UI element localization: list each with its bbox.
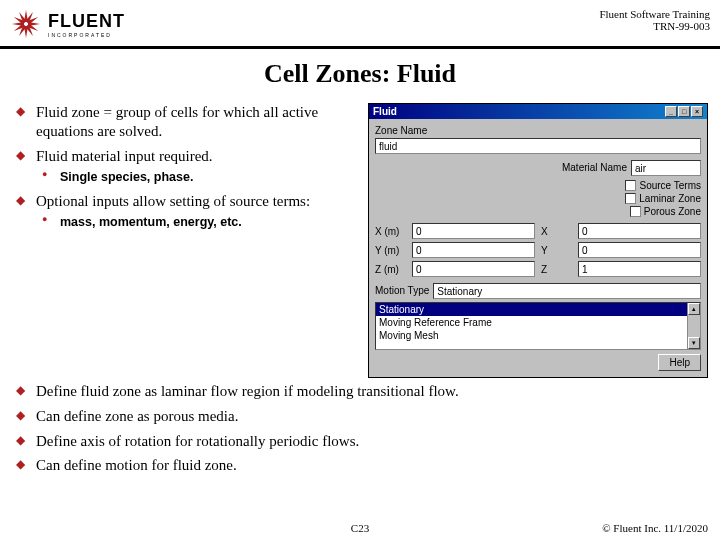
minimize-icon[interactable]: _ xyxy=(665,106,677,117)
bullet-3: Optional inputs allow setting of source … xyxy=(12,192,358,231)
source-terms-checkbox[interactable] xyxy=(625,180,636,191)
material-name-input[interactable] xyxy=(631,160,701,176)
page-title: Cell Zones: Fluid xyxy=(0,59,720,89)
bullet-2: Fluid material input required. Single sp… xyxy=(12,147,358,186)
z-m-input[interactable] xyxy=(412,261,535,277)
scrollbar[interactable]: ▴ ▾ xyxy=(687,303,700,349)
bullet-6: Define axis of rotation for rotationally… xyxy=(12,432,708,451)
z-input[interactable] xyxy=(578,261,701,277)
z-m-label: Z (m) xyxy=(375,264,409,275)
laminar-zone-checkbox[interactable] xyxy=(625,193,636,204)
list-item[interactable]: Moving Reference Frame xyxy=(376,316,687,329)
z-label: Z xyxy=(541,264,575,275)
bullet-1: Fluid zone = group of cells for which al… xyxy=(12,103,358,141)
zone-name-input[interactable] xyxy=(375,138,701,154)
list-item[interactable]: Moving Mesh xyxy=(376,329,687,342)
y-m-input[interactable] xyxy=(412,242,535,258)
x-input[interactable] xyxy=(578,223,701,239)
y-label: Y xyxy=(541,245,575,256)
motion-type-listbox[interactable]: Stationary Moving Reference Frame Moving… xyxy=(375,302,701,350)
bullet-4: Define fluid zone as laminar flow region… xyxy=(12,382,708,401)
copyright: © Fluent Inc. 11/1/2020 xyxy=(602,522,708,534)
doc-id: TRN-99-003 xyxy=(599,20,710,32)
scroll-up-icon[interactable]: ▴ xyxy=(688,303,700,315)
laminar-zone-label: Laminar Zone xyxy=(639,193,701,204)
logo: FLUENT INCORPORATED xyxy=(10,8,125,40)
close-icon[interactable]: × xyxy=(691,106,703,117)
bullet-5: Can define zone as porous media. xyxy=(12,407,708,426)
fluid-dialog: Fluid _ □ × Zone Name Material Name S xyxy=(368,103,708,378)
dialog-titlebar[interactable]: Fluid _ □ × xyxy=(369,104,707,119)
x-m-input[interactable] xyxy=(412,223,535,239)
fluent-logo-icon xyxy=(10,8,42,40)
maximize-icon[interactable]: □ xyxy=(678,106,690,117)
material-name-label: Material Name xyxy=(562,162,627,173)
sub-bullet-3-1: mass, momentum, energy, etc. xyxy=(36,214,358,230)
help-button[interactable]: Help xyxy=(658,354,701,371)
bullet-7: Can define motion for fluid zone. xyxy=(12,456,708,475)
header-divider xyxy=(0,46,720,49)
scroll-down-icon[interactable]: ▾ xyxy=(688,337,700,349)
motion-type-input[interactable] xyxy=(433,283,701,299)
y-input[interactable] xyxy=(578,242,701,258)
training-label: Fluent Software Training xyxy=(599,8,710,20)
logo-text: FLUENT xyxy=(48,11,125,32)
logo-subtitle: INCORPORATED xyxy=(48,32,125,38)
bullet-3-text: Optional inputs allow setting of source … xyxy=(36,193,310,209)
bullet-2-text: Fluid material input required. xyxy=(36,148,213,164)
y-m-label: Y (m) xyxy=(375,245,409,256)
zone-name-label: Zone Name xyxy=(375,125,701,136)
page-number: C23 xyxy=(351,522,369,534)
motion-type-label: Motion Type xyxy=(375,285,429,296)
porous-zone-label: Porous Zone xyxy=(644,206,701,217)
x-m-label: X (m) xyxy=(375,226,409,237)
list-item[interactable]: Stationary xyxy=(376,303,687,316)
source-terms-label: Source Terms xyxy=(639,180,701,191)
x-label: X xyxy=(541,226,575,237)
sub-bullet-2-1: Single species, phase. xyxy=(36,169,358,185)
dialog-title: Fluid xyxy=(373,106,397,117)
porous-zone-checkbox[interactable] xyxy=(630,206,641,217)
